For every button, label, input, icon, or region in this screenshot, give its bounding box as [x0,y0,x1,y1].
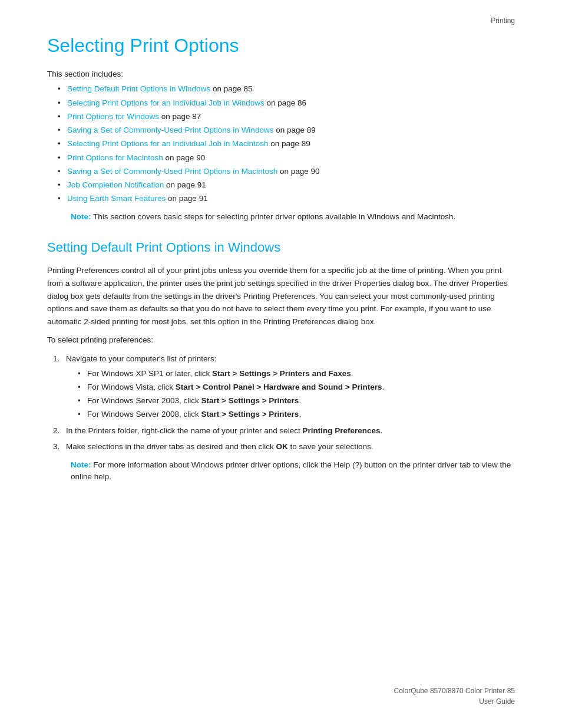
section1-body1: Printing Preferences control all of your… [47,264,515,328]
step-3-after: to save your selections. [288,442,373,451]
sub-item-2-before: For Windows Vista, click [87,383,176,391]
toc-suffix-1: on page 85 [210,84,252,93]
toc-suffix-3: on page 87 [159,112,201,121]
step-2-after: . [381,426,383,435]
toc-suffix-2: on page 86 [265,98,306,107]
step-1-subitems: For Windows XP SP1 or later, click Start… [78,368,515,421]
toc-note-label: Note: [71,212,91,221]
list-item: Selecting Print Options for an Individua… [58,97,515,109]
footer-guide: User Guide [479,697,515,706]
toc-link-2[interactable]: Selecting Print Options for an Individua… [67,98,265,107]
sub-item-4-after: . [299,410,301,419]
step-1: Navigate to your computer's list of prin… [47,353,515,421]
step-3-bold: OK [276,442,287,451]
sub-item-3-bold: Start > Settings > Printers [201,396,299,405]
toc-link-1[interactable]: Setting Default Print Options in Windows [67,84,210,93]
list-item: For Windows Vista, click Start > Control… [78,381,515,393]
list-item: Selecting Print Options for an Individua… [58,138,515,150]
sub-item-1-bold: Start > Settings > Printers and Faxes [212,369,351,378]
toc-suffix-9: on page 91 [166,194,207,203]
toc-suffix-7: on page 90 [277,167,319,176]
toc-note-text: This section covers basic steps for sele… [91,212,456,221]
toc-link-6[interactable]: Print Options for Macintosh [67,153,163,162]
steps-list: Navigate to your computer's list of prin… [47,353,515,453]
sub-item-1-after: . [351,369,353,378]
section1-body2: To select printing preferences: [47,334,515,347]
step-1-text: Navigate to your computer's list of prin… [66,354,216,363]
toc-suffix-4: on page 89 [273,126,315,134]
header-section-label: Printing [491,17,515,25]
sub-item-4-bold: Start > Settings > Printers [201,410,299,419]
footer-product: ColorQube 8570/8870 Color Printer [394,687,505,695]
footer: ColorQube 8570/8870 Color Printer 85User… [394,686,515,707]
list-item: Print Options for Macintosh on page 90 [58,152,515,164]
toc-suffix-6: on page 90 [163,153,205,162]
sub-item-1-before: For Windows XP SP1 or later, click [87,369,212,378]
toc-note: Note: This section covers basic steps fo… [71,211,515,223]
toc-link-4[interactable]: Saving a Set of Commonly-Used Print Opti… [67,126,273,134]
step-3: Make selections in the driver tabs as de… [47,440,515,453]
toc-suffix-8: on page 91 [164,180,206,189]
toc-link-7[interactable]: Saving a Set of Commonly-Used Print Opti… [67,167,277,176]
list-item: Setting Default Print Options in Windows… [58,83,515,95]
step-3-before: Make selections in the driver tabs as de… [66,442,276,451]
section1-note: Note: For more information about Windows… [71,459,515,483]
toc-link-3[interactable]: Print Options for Windows [67,112,159,121]
section1-heading: Setting Default Print Options in Windows [47,239,515,256]
sub-item-3-before: For Windows Server 2003, click [87,396,201,405]
footer-page: 85 [507,687,515,695]
list-item: Saving a Set of Commonly-Used Print Opti… [58,166,515,177]
page-title: Selecting Print Options [47,34,515,57]
intro-label: This section includes: [47,70,515,78]
list-item: For Windows XP SP1 or later, click Start… [78,368,515,380]
step-2: In the Printers folder, right-click the … [47,424,515,437]
toc-link-9[interactable]: Using Earth Smart Features [67,194,166,203]
list-item: Using Earth Smart Features on page 91 [58,193,515,205]
section1-note-label: Note: [71,460,91,469]
toc-suffix-5: on page 89 [268,139,310,148]
list-item: Job Completion Notification on page 91 [58,179,515,191]
toc-link-8[interactable]: Job Completion Notification [67,180,164,189]
list-item: For Windows Server 2008, click Start > S… [78,409,515,420]
step-2-bold: Printing Preferences [302,426,380,435]
toc-list: Setting Default Print Options in Windows… [58,83,515,205]
step-2-before: In the Printers folder, right-click the … [66,426,302,435]
page: Printing Selecting Print Options This se… [0,0,562,728]
list-item: Print Options for Windows on page 87 [58,111,515,123]
sub-item-3-after: . [299,396,301,405]
sub-item-2-after: . [382,383,385,391]
sub-item-4-before: For Windows Server 2008, click [87,410,201,419]
section1-note-text: For more information about Windows print… [71,460,511,481]
list-item: Saving a Set of Commonly-Used Print Opti… [58,124,515,136]
toc-link-5[interactable]: Selecting Print Options for an Individua… [67,139,268,148]
list-item: For Windows Server 2003, click Start > S… [78,395,515,407]
sub-item-2-bold: Start > Control Panel > Hardware and Sou… [176,383,382,391]
